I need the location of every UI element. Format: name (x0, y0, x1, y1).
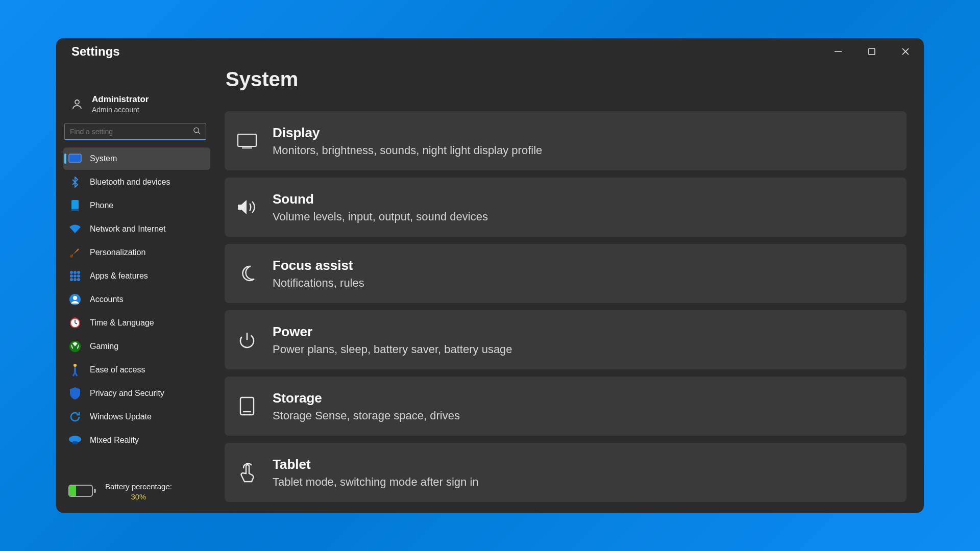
user-icon (70, 97, 84, 111)
card-title: Focus assist (273, 258, 364, 273)
battery-fill (69, 486, 76, 496)
battery-label: Battery percentage: (105, 482, 172, 492)
account-sub: Admin account (92, 106, 149, 114)
minimize-button[interactable] (829, 42, 847, 61)
card-sub: Tablet mode, switching mode after sign i… (273, 475, 479, 489)
card-title: Sound (273, 191, 488, 207)
svg-point-5 (194, 128, 199, 132)
sidebar-item-network[interactable]: Network and Internet (63, 218, 210, 240)
card-power[interactable]: Power Power plans, sleep, battery saver,… (225, 310, 906, 369)
update-icon (68, 410, 82, 423)
sidebar-item-label: Privacy and Security (90, 389, 164, 398)
sidebar-item-phone[interactable]: Phone (63, 194, 210, 217)
sidebar-item-label: System (90, 154, 117, 163)
sound-icon (236, 198, 258, 216)
sidebar-item-system[interactable]: System (63, 147, 210, 170)
sidebar-item-accessibility[interactable]: Ease of access (63, 359, 210, 381)
system-icon (68, 152, 82, 165)
svg-rect-7 (69, 154, 81, 162)
card-display[interactable]: Display Monitors, brightness, sounds, ni… (225, 111, 906, 170)
svg-rect-30 (74, 367, 76, 372)
card-storage[interactable]: Storage Storage Sense, storage space, dr… (225, 377, 906, 436)
search-input[interactable] (65, 128, 206, 136)
svg-point-12 (70, 271, 73, 274)
card-sub: Volume levels, input, output, sound devi… (273, 210, 488, 223)
sidebar-item-label: Time & Language (90, 318, 154, 328)
svg-point-18 (70, 278, 73, 281)
sidebar-item-mixed-reality[interactable]: Mixed Reality (63, 429, 210, 452)
card-title: Tablet (273, 457, 479, 472)
svg-point-13 (74, 271, 77, 274)
mixed-reality-icon (68, 434, 82, 447)
window-controls (829, 42, 915, 61)
close-button[interactable] (896, 42, 915, 61)
card-sub: Storage Sense, storage space, drives (273, 409, 460, 422)
account-block[interactable]: Administrator Admin account (56, 94, 214, 123)
card-sub: Power plans, sleep, battery saver, batte… (273, 343, 512, 356)
page-title: System (226, 68, 910, 91)
svg-rect-35 (238, 134, 256, 146)
battery-icon (68, 485, 96, 499)
sidebar-item-privacy[interactable]: Privacy and Security (63, 382, 210, 405)
card-title: Power (273, 324, 512, 340)
svg-point-4 (75, 100, 79, 104)
nav-list: System Bluetooth and devices Phone Netwo… (56, 145, 214, 452)
phone-icon (68, 199, 82, 212)
apps-icon (68, 269, 82, 283)
sidebar-item-label: Network and Internet (90, 224, 166, 234)
svg-rect-10 (71, 209, 79, 211)
settings-window: Settings Administrator Admin account (56, 38, 924, 513)
clock-icon (68, 316, 82, 330)
bluetooth-icon (68, 176, 82, 189)
svg-point-22 (73, 296, 77, 300)
svg-point-14 (77, 271, 80, 274)
accessibility-icon (68, 363, 82, 377)
sidebar-item-windows-update[interactable]: Windows Update (63, 406, 210, 428)
sidebar-item-label: Personalization (90, 248, 145, 257)
wifi-icon (68, 222, 82, 236)
sidebar-item-label: Phone (90, 201, 113, 210)
svg-line-6 (198, 132, 200, 134)
sidebar-item-gaming[interactable]: Gaming (63, 335, 210, 358)
sidebar-item-label: Mixed Reality (90, 436, 139, 445)
sidebar-item-label: Apps & features (90, 271, 148, 281)
card-sub: Notifications, rules (273, 277, 364, 290)
card-focus-assist[interactable]: Focus assist Notifications, rules (225, 244, 906, 303)
card-sound[interactable]: Sound Volume levels, input, output, soun… (225, 178, 906, 237)
sidebar-item-accounts[interactable]: Accounts (63, 288, 210, 311)
svg-point-29 (74, 364, 77, 367)
maximize-button[interactable] (863, 42, 881, 61)
svg-line-32 (75, 372, 77, 376)
gaming-icon (68, 340, 82, 353)
touch-icon (236, 462, 258, 483)
sidebar-item-bluetooth[interactable]: Bluetooth and devices (63, 171, 210, 193)
svg-rect-1 (869, 48, 875, 55)
sidebar-item-apps[interactable]: Apps & features (63, 265, 210, 287)
display-icon (236, 133, 258, 149)
card-tablet[interactable]: Tablet Tablet mode, switching mode after… (225, 443, 906, 502)
search-box[interactable] (64, 123, 206, 140)
card-sub: Monitors, brightness, sounds, night ligh… (273, 144, 542, 157)
card-title: Display (273, 125, 542, 141)
svg-point-11 (70, 255, 73, 258)
sidebar-item-time-language[interactable]: Time & Language (63, 312, 210, 334)
brush-icon (68, 246, 82, 259)
sidebar-item-label: Gaming (90, 342, 118, 351)
sidebar: Administrator Admin account System (56, 38, 214, 513)
moon-icon (236, 264, 258, 283)
main-panel: System Display Monitors, brightness, sou… (214, 38, 924, 513)
power-icon (236, 331, 258, 349)
svg-point-19 (74, 278, 77, 281)
sidebar-item-label: Ease of access (90, 365, 145, 374)
accounts-icon (68, 293, 82, 306)
shield-icon (68, 387, 82, 400)
sidebar-item-label: Bluetooth and devices (90, 178, 170, 187)
search-icon (193, 127, 201, 136)
svg-point-27 (74, 317, 76, 319)
svg-point-15 (70, 274, 73, 278)
battery-value: 30% (105, 492, 172, 502)
svg-point-20 (77, 278, 80, 281)
svg-rect-34 (72, 441, 78, 444)
battery-status: Battery percentage: 30% (56, 473, 214, 513)
sidebar-item-personalization[interactable]: Personalization (63, 241, 210, 264)
